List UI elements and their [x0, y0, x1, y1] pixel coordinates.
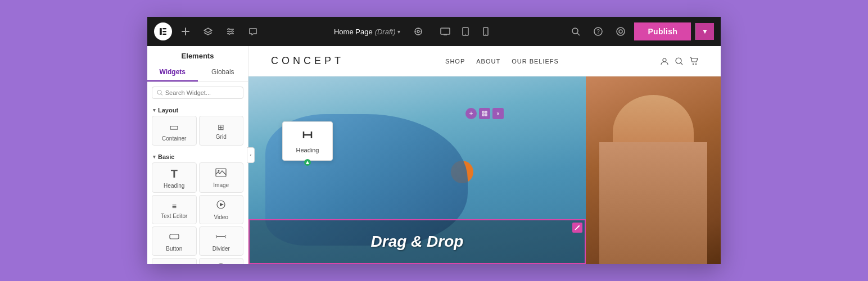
- svg-point-31: [218, 170, 220, 172]
- publish-button[interactable]: Publish: [634, 22, 691, 40]
- grid-label: Grid: [216, 134, 227, 140]
- topbar-right: ? Publish ▼: [567, 22, 714, 40]
- user-icon: [660, 57, 669, 66]
- hero-right: [586, 76, 721, 264]
- svg-rect-43: [482, 111, 484, 113]
- tablet-view-button[interactable]: [456, 22, 474, 40]
- desktop-view-button[interactable]: [436, 22, 454, 40]
- hero-left-image: Heading Drag & Drop: [248, 76, 586, 264]
- page-settings-icon[interactable]: [409, 22, 427, 40]
- settings-button[interactable]: [221, 22, 239, 40]
- svg-rect-3: [162, 34, 166, 35]
- help-button[interactable]: ?: [589, 22, 607, 40]
- svg-point-22: [572, 28, 578, 34]
- search-widget-icon: [157, 89, 163, 96]
- canvas-area[interactable]: CONCEPT SHOP ABOUT OUR BELIEFS: [248, 46, 721, 264]
- comments-button[interactable]: [244, 22, 262, 40]
- site-content: Heading Drag & Drop: [248, 76, 721, 264]
- text-editor-icon: ≡: [172, 202, 177, 211]
- search-widget-area: [152, 87, 243, 99]
- svg-marker-50: [306, 161, 309, 164]
- layers-button[interactable]: [199, 22, 217, 40]
- add-section-button[interactable]: +: [465, 108, 477, 119]
- search-widget-input[interactable]: [165, 89, 238, 96]
- svg-point-7: [228, 29, 230, 30]
- heading-widget-floating[interactable]: Heading: [282, 121, 333, 161]
- site-nav-icons: [660, 57, 698, 66]
- search-button[interactable]: [567, 22, 585, 40]
- widget-video[interactable]: Video: [199, 195, 244, 224]
- device-switcher: [436, 22, 495, 40]
- svg-point-21: [486, 34, 487, 35]
- site-logo: CONCEPT: [271, 55, 344, 67]
- svg-rect-45: [482, 114, 484, 116]
- svg-point-42: [695, 63, 697, 64]
- section-grid-button[interactable]: [479, 108, 490, 119]
- svg-marker-33: [220, 203, 224, 206]
- grid-icon: ⊞: [218, 123, 224, 132]
- svg-line-40: [681, 63, 682, 65]
- widget-button[interactable]: Button: [152, 226, 197, 256]
- button-label: Button: [166, 246, 182, 252]
- sidebar-collapse-button[interactable]: ‹: [247, 147, 255, 163]
- widget-divider[interactable]: Divider: [199, 226, 244, 256]
- svg-point-38: [663, 58, 666, 62]
- page-title-area[interactable]: Home Page (Draft) ▾: [334, 28, 401, 36]
- woman-photo: [586, 76, 721, 264]
- svg-point-39: [676, 58, 681, 64]
- close-section-button[interactable]: ×: [492, 108, 504, 119]
- container-icon: ▭: [169, 121, 179, 133]
- site-nav-links: SHOP ABOUT OUR BELIEFS: [445, 58, 559, 65]
- elementor-logo[interactable]: [154, 22, 172, 40]
- sidebar: Elements Widgets Globals ▾ Layout ▭: [147, 46, 248, 264]
- tab-widgets[interactable]: Widgets: [147, 64, 198, 81]
- svg-point-28: [157, 90, 161, 94]
- svg-rect-1: [162, 28, 166, 29]
- sidebar-header: Elements: [147, 46, 248, 60]
- add-element-button[interactable]: [177, 22, 195, 40]
- image-widget-icon: [215, 168, 227, 180]
- video-label: Video: [214, 214, 228, 220]
- google-maps-icon: [216, 263, 225, 264]
- svg-line-23: [577, 33, 580, 35]
- preview-button[interactable]: [612, 22, 630, 40]
- search-nav-icon: [675, 57, 684, 66]
- drag-drop-zone[interactable]: Drag & Drop: [248, 219, 586, 264]
- svg-point-19: [465, 34, 467, 35]
- topbar: Home Page (Draft) ▾: [147, 17, 721, 46]
- sidebar-tabs: Widgets Globals: [147, 64, 248, 82]
- widget-image[interactable]: Image: [199, 162, 244, 193]
- widget-grid[interactable]: ⊞ Grid: [199, 116, 244, 146]
- svg-rect-2: [162, 31, 166, 32]
- svg-point-9: [229, 33, 230, 35]
- svg-rect-34: [170, 234, 179, 239]
- tab-globals[interactable]: Globals: [198, 64, 248, 81]
- edit-icon[interactable]: [572, 223, 582, 233]
- divider-label: Divider: [213, 246, 230, 252]
- widget-google-maps[interactable]: Google Maps: [199, 258, 244, 264]
- svg-text:?: ?: [597, 29, 600, 35]
- image-widget-label: Image: [213, 182, 229, 188]
- basic-widgets-grid: T Heading Image ≡ Text Editor: [147, 162, 248, 264]
- button-widget-icon: [169, 232, 180, 243]
- svg-rect-44: [485, 111, 487, 113]
- nav-shop: SHOP: [445, 58, 465, 65]
- nav-about: ABOUT: [476, 58, 500, 65]
- video-icon: [215, 200, 227, 212]
- mobile-view-button[interactable]: [477, 22, 495, 40]
- page-draft-status: (Draft): [375, 28, 396, 36]
- layout-section-title: ▾ Layout: [147, 103, 248, 116]
- layout-widgets-grid: ▭ Container ⊞ Grid: [147, 116, 248, 150]
- section-add-bar: + ×: [248, 108, 721, 119]
- svg-rect-16: [441, 28, 450, 34]
- heading-widget-icon: T: [171, 167, 178, 180]
- widget-text-editor[interactable]: ≡ Text Editor: [152, 195, 197, 224]
- widget-heading[interactable]: T Heading: [152, 162, 197, 193]
- page-title-text: Home Page: [334, 28, 373, 36]
- publish-dropdown-button[interactable]: ▼: [695, 23, 714, 40]
- widget-spacer[interactable]: Spacer: [152, 258, 197, 264]
- basic-section-title: ▾ Basic: [147, 150, 248, 162]
- main-area: Elements Widgets Globals ▾ Layout ▭: [147, 46, 721, 264]
- widget-container[interactable]: ▭ Container: [152, 116, 197, 146]
- hero-left: Heading Drag & Drop: [248, 76, 586, 264]
